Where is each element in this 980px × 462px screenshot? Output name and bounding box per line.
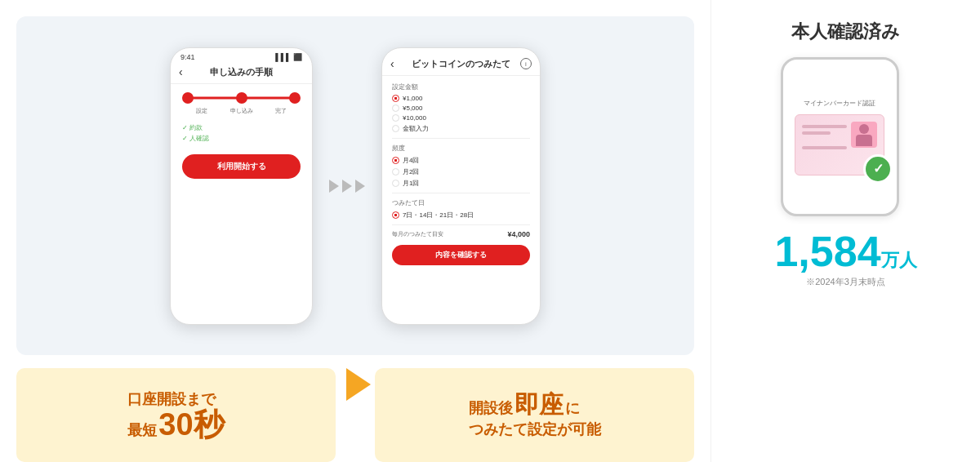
right-title: 本人確認済み	[791, 20, 900, 44]
id-card-lines	[802, 125, 847, 153]
id-card-line-2	[802, 131, 831, 135]
banner-right-prefix: 開設後	[469, 398, 513, 419]
id-card-container: ✓	[795, 114, 884, 175]
date-label-1: 7日・14日・21日・28日	[403, 211, 474, 220]
check-item-1: ✓ 約款	[182, 123, 301, 132]
phone2-btn[interactable]: 内容を確認する	[392, 245, 530, 265]
amount-option-3[interactable]: ¥10,000	[392, 114, 530, 122]
divider-2	[392, 193, 530, 193]
banner-right-line2: つみたて設定が可能	[469, 420, 601, 440]
check-items: ✓ 約款 ✓ 人確認	[182, 123, 301, 143]
amount-label-4: 金額入力	[403, 124, 429, 133]
user-count-unit: 万人	[881, 248, 917, 273]
date-option-1[interactable]: 7日・14日・21日・28日	[392, 211, 530, 220]
progress-dot-3	[289, 92, 301, 104]
total-row: 毎月のつみたて目安 ¥4,000	[392, 230, 530, 238]
banner-right-suffix: に	[565, 398, 580, 419]
amount-option-4[interactable]: 金額入力	[392, 124, 530, 133]
id-card-avatar	[851, 122, 877, 148]
right-section: 本人確認済み マイナンバーカード認証	[710, 0, 980, 462]
freq-radio-2	[392, 168, 399, 175]
freq-section-title: 頻度	[392, 144, 530, 153]
phone1-time: 9:41	[180, 53, 195, 61]
check-mark-icon: ✓	[873, 162, 884, 175]
divider-3	[392, 224, 530, 225]
phone1-back-icon[interactable]: ‹	[179, 65, 183, 78]
arrow-2	[342, 180, 352, 193]
progress-label-2: 申し込み	[222, 107, 261, 115]
amount-option-1[interactable]: ¥1,000	[392, 95, 530, 102]
bottom-banners: 口座開設まで 最短 30秒 開設後 即座 に つみたて設定が可能	[16, 368, 694, 462]
banner-left-content: 口座開設まで 最短 30秒	[111, 390, 240, 441]
banner-left-box: 口座開設まで 最短 30秒	[16, 368, 336, 462]
amount-section-title: 設定金額	[392, 82, 530, 91]
total-label: 毎月のつみたて目安	[392, 230, 443, 238]
id-phone-label: マイナンバーカード認証	[804, 99, 875, 108]
freq-option-3[interactable]: 月1回	[392, 179, 530, 188]
phone2-status-bar	[382, 48, 540, 55]
banner-left-line1: 口座開設まで	[127, 390, 224, 409]
freq-option-1[interactable]: 月4回	[392, 156, 530, 165]
banner-right-line1: 開設後 即座 に	[469, 390, 601, 420]
arrow-1	[329, 180, 339, 193]
timestamp: ※2024年3月末時点	[806, 276, 885, 288]
banner-right-content: 開設後 即座 に つみたて設定が可能	[456, 390, 614, 440]
banner-right-large: 即座	[514, 390, 564, 420]
arrow-3	[355, 180, 365, 193]
freq-label-1: 月4回	[403, 156, 419, 165]
banner-left-large: 30秒	[158, 409, 224, 440]
phone1-mockup: 9:41 ▌▌▌ ⬛ ‹ 申し込みの手順	[170, 47, 313, 325]
amount-label-1: ¥1,000	[403, 95, 422, 102]
phones-area: 9:41 ▌▌▌ ⬛ ‹ 申し込みの手順	[16, 16, 694, 355]
total-value: ¥4,000	[507, 230, 530, 238]
phone2-content: 設定金額 ¥1,000 ¥5,000 ¥10,000 金額入力	[382, 76, 540, 324]
banner-left-line2: 最短 30秒	[127, 409, 224, 440]
id-card-line-1	[802, 125, 847, 128]
phone1-status-bar: 9:41 ▌▌▌ ⬛	[171, 48, 312, 63]
left-section: 9:41 ▌▌▌ ⬛ ‹ 申し込みの手順	[0, 0, 710, 462]
avatar-head	[859, 124, 869, 134]
phone2-mockup: ‹ ビットコインのつみたて i 設定金額 ¥1,000 ¥5,000 ¥10,0…	[381, 47, 541, 325]
id-card-line-3	[802, 146, 847, 149]
phone2-info-icon[interactable]: i	[520, 58, 532, 69]
user-count-number: 1,584	[774, 230, 880, 273]
progress-dot-2	[236, 92, 247, 104]
amount-label-2: ¥5,000	[403, 104, 422, 112]
progress-dot-1	[182, 92, 194, 104]
banner-right-box: 開設後 即座 に つみたて設定が可能	[375, 368, 694, 462]
amount-radio-3	[392, 114, 399, 122]
divider-1	[392, 138, 530, 139]
date-section-title: つみたて日	[392, 198, 530, 207]
freq-label-3: 月1回	[403, 179, 419, 188]
user-count-row: 1,584 万人	[774, 230, 916, 276]
progress-label-1: 設定	[182, 107, 221, 115]
amount-label-3: ¥10,000	[403, 114, 426, 122]
phone1-btn[interactable]: 利用開始する	[182, 154, 301, 179]
phone1-title: 申し込みの手順	[210, 66, 273, 78]
check-circle: ✓	[863, 154, 893, 184]
date-radio-1	[392, 211, 399, 219]
check-item-2: ✓ 人確認	[182, 134, 301, 143]
progress-label-3: 完了	[261, 107, 301, 115]
amount-radio-1	[392, 95, 399, 102]
freq-radio-3	[392, 180, 399, 187]
phone2-back-icon[interactable]: ‹	[390, 57, 394, 70]
banner-arrow-container	[342, 368, 375, 401]
freq-option-2[interactable]: 月2回	[392, 167, 530, 176]
arrows-between-phones	[329, 180, 365, 193]
id-phone-wrapper: マイナンバーカード認証	[781, 57, 911, 220]
phone1-header: ‹ 申し込みの手順	[171, 63, 312, 84]
phone1-signal: ▌▌▌ ⬛	[275, 53, 302, 61]
amount-radio-4	[392, 125, 399, 132]
amount-option-2[interactable]: ¥5,000	[392, 104, 530, 112]
amount-radio-2	[392, 104, 399, 112]
progress-labels: 設定 申し込み 完了	[182, 107, 301, 115]
freq-label-2: 月2回	[403, 167, 419, 176]
banner-left-prefix: 最短	[127, 421, 157, 440]
phone2-title: ビットコインのつみたて	[412, 58, 510, 70]
id-phone-mockup: マイナンバーカード認証	[781, 57, 899, 216]
freq-radio-1	[392, 157, 399, 164]
phone2-header: ‹ ビットコインのつみたて i	[382, 55, 540, 76]
banner-arrow-icon	[346, 368, 371, 401]
avatar-body	[856, 135, 872, 146]
